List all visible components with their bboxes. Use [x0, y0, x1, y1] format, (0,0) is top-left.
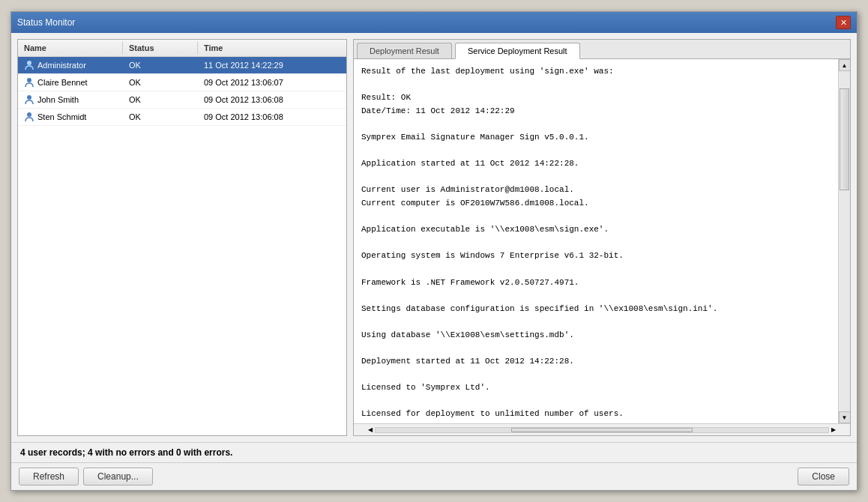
user-time-cell: 09 Oct 2012 13:06:08 [198, 93, 346, 106]
bottom-left-buttons: Refresh Cleanup... [19, 468, 153, 486]
vertical-scrollbar[interactable]: ▲ ▼ [838, 59, 850, 423]
user-status-cell: OK [123, 58, 198, 72]
user-status-cell: OK [123, 76, 198, 89]
user-name-text: John Smith [37, 95, 79, 104]
status-bar: 4 user records; 4 with no errors and 0 w… [11, 442, 857, 462]
title-bar-controls: ✕ [836, 16, 851, 29]
cleanup-button[interactable]: Cleanup... [83, 468, 153, 486]
user-time-cell: 09 Oct 2012 13:06:08 [198, 110, 346, 124]
scroll-left-arrow[interactable]: ◀ [366, 426, 375, 435]
scroll-right-arrow[interactable]: ▶ [829, 426, 838, 435]
list-row[interactable]: John SmithOK09 Oct 2012 13:06:08 [18, 91, 346, 109]
user-name-text: Administrator [37, 61, 86, 70]
user-name-cell: Administrator [18, 58, 123, 72]
deployment-result-text: Result of the last deployment using 'sig… [354, 59, 838, 423]
text-area-wrapper: Result of the last deployment using 'sig… [354, 59, 850, 423]
bottom-bar: Refresh Cleanup... Close [11, 462, 857, 490]
scroll-thumb[interactable] [840, 88, 849, 190]
svg-point-3 [27, 112, 31, 117]
user-name-text: Sten Schmidt [37, 112, 86, 121]
user-list: AdministratorOK11 Oct 2012 14:22:29 Clai… [18, 57, 346, 435]
window-title: Status Monitor [17, 17, 75, 28]
user-name-cell: Sten Schmidt [18, 110, 123, 124]
list-row[interactable]: AdministratorOK11 Oct 2012 14:22:29 [18, 57, 346, 74]
tab-deployment-result[interactable]: Deployment Result [357, 43, 452, 58]
col-header-time: Time [198, 41, 346, 55]
user-icon [24, 60, 34, 70]
svg-point-1 [27, 78, 31, 82]
svg-point-2 [27, 95, 31, 100]
horizontal-scrollbar[interactable]: ◀ ▶ [354, 423, 850, 435]
content-area: Name Status Time AdministratorOK11 Oct 2… [11, 33, 857, 442]
user-name-text: Claire Bennet [37, 78, 88, 87]
user-name-cell: John Smith [18, 93, 123, 106]
close-button[interactable]: Close [798, 468, 849, 486]
user-status-cell: OK [123, 110, 198, 124]
user-time-cell: 09 Oct 2012 13:06:07 [198, 76, 346, 89]
scroll-up-arrow[interactable]: ▲ [839, 59, 851, 71]
scroll-down-arrow[interactable]: ▼ [839, 411, 851, 423]
h-scroll-thumb[interactable] [511, 428, 693, 432]
list-header: Name Status Time [18, 40, 346, 57]
user-icon [24, 112, 34, 122]
col-header-name: Name [18, 41, 123, 55]
user-icon [24, 77, 34, 88]
left-panel: Name Status Time AdministratorOK11 Oct 2… [17, 39, 347, 436]
tab-service-deployment-result[interactable]: Service Deployment Result [455, 43, 580, 59]
close-window-button[interactable]: ✕ [836, 16, 851, 29]
scroll-track [839, 71, 850, 411]
col-header-status: Status [123, 41, 198, 55]
main-window: Status Monitor ✕ Name Status Time Admini… [10, 11, 858, 491]
user-status-cell: OK [123, 93, 198, 106]
svg-point-0 [27, 61, 31, 65]
list-row[interactable]: Claire BennetOK09 Oct 2012 13:06:07 [18, 74, 346, 91]
user-time-cell: 11 Oct 2012 14:22:29 [198, 58, 346, 72]
tab-bar: Deployment Result Service Deployment Res… [354, 40, 850, 59]
user-icon [24, 94, 34, 105]
right-panel: Deployment Result Service Deployment Res… [353, 39, 851, 436]
title-bar: Status Monitor ✕ [11, 12, 857, 33]
user-name-cell: Claire Bennet [18, 76, 123, 89]
list-row[interactable]: Sten SchmidtOK09 Oct 2012 13:06:08 [18, 109, 346, 126]
status-text: 4 user records; 4 with no errors and 0 w… [20, 447, 232, 458]
h-scroll-track [375, 427, 829, 433]
refresh-button[interactable]: Refresh [19, 468, 79, 486]
